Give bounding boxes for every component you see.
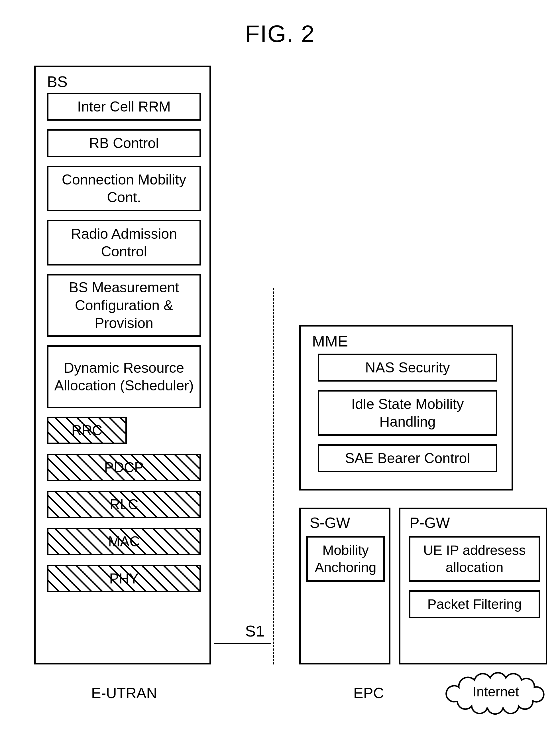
epc-label: EPC [353,684,384,701]
bs-frame: BS Inter Cell RRM RB Control Connection … [34,65,211,664]
bs-layer-rrc-label: RRC [70,422,104,439]
sgw-item-mobility-anchoring: Mobility Anchoring [306,536,385,582]
s1-underline [214,643,271,644]
pgw-frame: P-GW UE IP addresess allocation Packet F… [399,508,547,664]
bs-label: BS [47,73,67,91]
mme-item-idle-state-mobility: Idle State Mobility Handling [318,390,497,436]
pgw-item-ue-ip-alloc: UE IP addresess allocation [409,536,540,582]
bs-layer-phy-label: PHY [108,571,140,587]
bs-item-connection-mobility: Connection Mobility Cont. [47,166,201,211]
architecture-diagram: BS Inter Cell RRM RB Control Connection … [34,65,530,721]
bs-layer-phy: PHY [47,565,201,592]
s1-interface-label: S1 [245,622,265,640]
bs-layer-pdcp-label: PDCP [103,459,146,476]
bs-item-inter-cell-rrm: Inter Cell RRM [47,93,201,121]
bs-item-dynamic-resource: Dynamic Resource Allocation (Scheduler) [47,345,201,408]
bs-layer-mac-label: MAC [106,533,141,550]
eutran-label: E-UTRAN [91,684,157,701]
bs-layer-mac: MAC [47,528,201,555]
internet-label: Internet [445,667,547,716]
mme-item-nas-security: NAS Security [318,354,497,382]
mme-items: NAS Security Idle State Mobility Handlin… [318,354,497,481]
pgw-item-packet-filtering: Packet Filtering [409,590,540,618]
bs-layer-rrc: RRC [47,417,127,444]
bs-layer-rlc: RLC [47,491,201,518]
sgw-label: S-GW [310,514,350,531]
bs-item-rb-control: RB Control [47,129,201,157]
bs-layer-pdcp: PDCP [47,454,201,481]
bs-items: Inter Cell RRM RB Control Connection Mob… [47,93,201,602]
mme-frame: MME NAS Security Idle State Mobility Han… [299,325,513,490]
internet-cloud: Internet [445,667,547,716]
mme-label: MME [312,332,348,350]
pgw-label: P-GW [409,514,450,531]
domain-divider [273,288,274,664]
bs-layer-rlc-label: RLC [108,496,140,513]
mme-item-sae-bearer: SAE Bearer Control [318,444,497,472]
sgw-items: Mobility Anchoring [306,536,385,590]
sgw-frame: S-GW Mobility Anchoring [299,508,391,664]
figure-title: FIG. 2 [0,20,560,47]
bs-item-measurement-config: BS Measurement Configuration & Provision [47,274,201,337]
pgw-items: UE IP addresess allocation Packet Filter… [409,536,540,627]
bs-item-radio-admission: Radio Admission Control [47,220,201,266]
